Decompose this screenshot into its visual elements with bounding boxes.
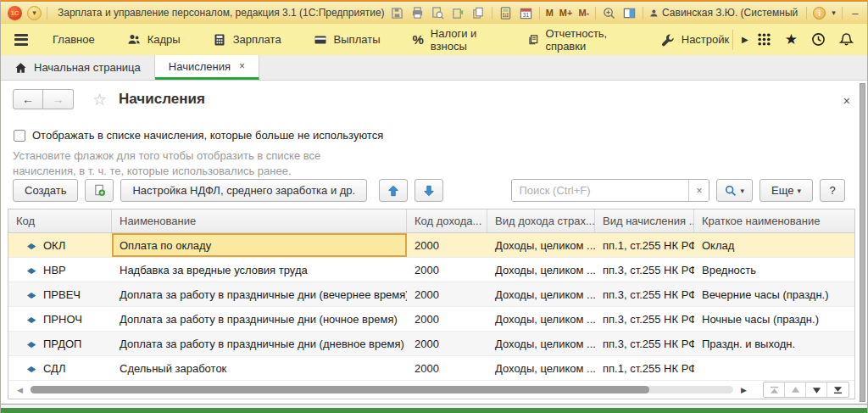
tab-home[interactable]: Начальная страница [1, 55, 155, 80]
calendar-icon[interactable]: 31 [519, 6, 533, 20]
nav-row: ← → ☆ Начисления [13, 89, 205, 109]
search-options-button[interactable]: ▾ [716, 179, 753, 202]
scroll-right-icon[interactable]: ▶ [741, 386, 747, 394]
notifications-bell-icon[interactable] [839, 32, 854, 47]
col-header-insurance[interactable]: Вид дохода страх... [487, 209, 595, 232]
search-box: × [511, 179, 709, 202]
table-row[interactable]: ◆ПРВЕЧ Доплата за работу в праздничные д… [8, 282, 854, 307]
col-header-code[interactable]: Код [8, 209, 112, 232]
search-clear-button[interactable]: × [688, 180, 709, 201]
list-nav-buttons [763, 382, 849, 398]
more-button[interactable]: Еще ▾ [760, 179, 813, 202]
1c-logo-icon: 1С [8, 6, 22, 20]
create-by-copy-button[interactable] [85, 179, 114, 202]
doc-copy-icon[interactable] [471, 6, 486, 20]
save-icon[interactable] [390, 6, 404, 20]
show-unused-label: Отображать в списке начисления, которые … [32, 129, 383, 142]
search-input[interactable] [512, 180, 688, 201]
page-title: Начисления [119, 91, 205, 108]
history-icon[interactable] [811, 32, 826, 47]
menu-item-main[interactable]: Главное [38, 24, 109, 55]
col-header-income-code[interactable]: Код дохода... [407, 209, 487, 232]
zoom-icon[interactable] [602, 6, 616, 20]
col-header-short-name[interactable]: Краткое наименование [694, 209, 854, 232]
copy-plus-icon [93, 184, 106, 197]
hamburger-menu-icon[interactable] [14, 34, 28, 46]
print-icon[interactable] [410, 6, 425, 20]
table-row[interactable]: ◆ПРДОП Доплата за работу в праздничные д… [8, 332, 854, 356]
minimize-button[interactable]: – [849, 7, 862, 20]
info-caret-icon[interactable]: ▾ [832, 8, 836, 17]
item-diamond-icon: ◆ [27, 339, 36, 347]
divider [595, 7, 596, 20]
horizontal-scrollbar[interactable] [31, 386, 733, 393]
selected-cell[interactable]: Оплата по окладу [112, 233, 407, 257]
menu-overflow-arrow[interactable]: ▶ [737, 35, 754, 44]
memory-m-minus-button[interactable]: M- [578, 8, 589, 18]
table-row[interactable]: ◆ПРНОЧ Доплата за работу в праздничные д… [8, 307, 854, 332]
menu-item-payments[interactable]: Выплаты [299, 24, 395, 55]
search-icon [725, 185, 737, 197]
current-user[interactable]: Савинская З.Ю. (Системный прог... [649, 7, 800, 19]
print-preview-icon[interactable] [431, 6, 445, 20]
back-button[interactable]: ← [13, 89, 43, 109]
system-menu-button[interactable]: ▾ [27, 6, 42, 20]
show-unused-checkbox[interactable] [14, 130, 25, 142]
split-view-icon[interactable] [622, 6, 637, 20]
user-name: Савинская З.Ю. (Системный прог... [662, 7, 800, 19]
go-first-button[interactable] [764, 382, 785, 397]
memory-m-plus-button[interactable]: M+ [559, 8, 573, 18]
row-up-button[interactable] [785, 382, 806, 397]
scrollbar-thumb[interactable] [31, 386, 649, 393]
memory-m-button[interactable]: M [546, 8, 554, 18]
col-header-name[interactable]: Наименование [112, 209, 407, 232]
divider [732, 30, 733, 50]
menu-item-taxes[interactable]: % Налоги и взносы [398, 24, 510, 55]
move-down-button[interactable] [415, 179, 443, 202]
hint-text-line1: Установите флажок для того чтобы отобраз… [13, 149, 320, 162]
menu-item-staff[interactable]: Кадры [113, 24, 195, 55]
menu-item-salary[interactable]: Зарплата [198, 24, 296, 55]
show-unused-row: Отображать в списке начисления, которые … [14, 129, 383, 142]
sections-panel: Главное Кадры Зарплата Выплаты % Налоги … [1, 24, 867, 55]
people-icon [127, 33, 141, 47]
item-diamond-icon: ◆ [27, 364, 36, 371]
row-down-button[interactable] [806, 382, 827, 397]
doc-send-icon[interactable] [451, 6, 465, 20]
create-button[interactable]: Создать [13, 179, 78, 202]
calculator-icon [213, 33, 226, 47]
table-row[interactable]: ◆НВР Надбавка за вредные условия труда 2… [8, 258, 854, 282]
col-header-accrual-type[interactable]: Вид начисления ... [595, 209, 694, 232]
table-row[interactable]: ◆ОКЛ Оплата по окладу 2000 Доходы, целик… [8, 233, 854, 258]
window-title: Зарплата и управление персоналом, редакц… [58, 7, 385, 19]
user-icon [649, 8, 659, 19]
list-toolbar: Создать Настройка НДФЛ, среднего заработ… [13, 179, 845, 202]
table-row[interactable]: ◆СДЛ Сдельный заработок 2000 Доходы, цел… [8, 356, 854, 381]
divider [806, 7, 807, 20]
table-scroll-row: ◀ ▶ [8, 381, 854, 399]
menu-item-settings[interactable]: Настройк [647, 24, 729, 55]
divider [539, 7, 540, 20]
tab-accruals[interactable]: Начисления × [155, 55, 259, 80]
app-window: 1С ▾ Зарплата и управление персоналом, р… [0, 0, 868, 413]
all-functions-grid-icon[interactable] [757, 32, 771, 47]
scroll-left-icon[interactable]: ◀ [17, 386, 23, 394]
help-button[interactable]: ? [820, 179, 845, 202]
form-accruals: ← → ☆ Начисления × Отображать в списке н… [1, 81, 867, 404]
add-to-favorites-star-icon[interactable]: ☆ [92, 90, 107, 109]
tab-close-icon[interactable]: × [239, 60, 245, 72]
menu-item-reports[interactable]: Отчетность, справки [514, 24, 643, 55]
move-up-button[interactable] [379, 179, 408, 202]
ndfl-settings-button[interactable]: Настройка НДФЛ, среднего заработка и др. [120, 179, 367, 202]
item-diamond-icon: ◆ [27, 290, 36, 298]
form-vertical-scrollbar[interactable] [860, 83, 865, 402]
info-icon[interactable]: i [813, 7, 826, 20]
go-last-button[interactable] [827, 382, 849, 397]
close-form-button[interactable]: × [843, 94, 850, 108]
home-icon [14, 62, 27, 74]
forward-button[interactable]: → [43, 89, 74, 109]
favorites-star-icon[interactable]: ★ [785, 32, 798, 47]
search-area: × ▾ Еще ▾ ? [511, 179, 845, 202]
titlebar-tools: 31 M M+ M- Савинская З.Ю. (Системный про… [390, 6, 868, 20]
calculator-icon[interactable] [498, 6, 513, 20]
